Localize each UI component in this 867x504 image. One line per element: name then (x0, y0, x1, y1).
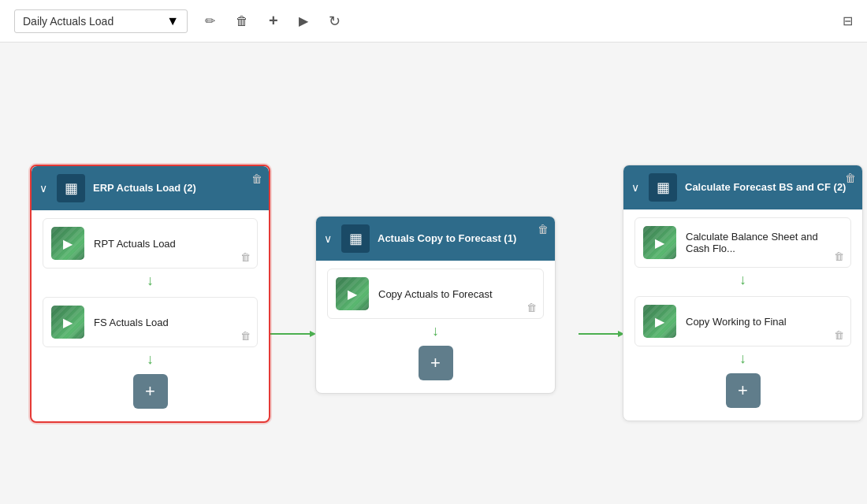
table-icon-3: ▦ (657, 179, 670, 196)
workflow-canvas: ∨ ▦ ERP Actuals Load (2) 🗑 ▶ RPT Actuals… (0, 43, 867, 504)
group-header-calc-forecast: ∨ ▦ Calculate Forecast BS and CF (2) 🗑 (623, 165, 862, 209)
delete-task-fs-icon[interactable]: 🗑 (240, 330, 251, 342)
delete-group-actuals-copy-icon[interactable]: 🗑 (538, 223, 549, 235)
task-label-copy-working: Copy Working to Final (686, 316, 843, 328)
delete-group-calc-forecast-icon[interactable]: 🗑 (845, 172, 856, 184)
task-label-calc-balance: Calculate Balance Sheet and Cash Flo... (686, 231, 843, 254)
add-task-calc-forecast-button[interactable]: + (726, 373, 761, 408)
play-icon-copy-working: ▶ (655, 314, 664, 329)
task-icon-copy-working: ▶ (643, 305, 676, 338)
refresh-icon[interactable]: ↻ (326, 9, 344, 33)
play-icon-calc-balance: ▶ (655, 235, 664, 250)
task-label-copy-actuals: Copy Actuals to Forecast (378, 288, 535, 300)
group-card-calc-forecast: ∨ ▦ Calculate Forecast BS and CF (2) 🗑 ▶… (623, 165, 863, 421)
collapse-icon-calc-forecast[interactable]: ∨ (631, 181, 639, 194)
task-icon-calc-balance: ▶ (643, 226, 676, 259)
table-icon: ▦ (65, 180, 78, 197)
group-card-actuals-copy: ∨ ▦ Actuals Copy to Forecast (1) 🗑 ▶ Cop… (315, 216, 556, 394)
task-copy-actuals: ▶ Copy Actuals to Forecast 🗑 (327, 269, 544, 319)
task-label-fs: FS Actuals Load (94, 317, 249, 328)
task-icon-rpt: ▶ (51, 227, 84, 260)
arrow-down-1: ↓ (32, 272, 269, 289)
play-icon-rpt: ▶ (63, 236, 73, 251)
group-card-erp-actuals: ∨ ▦ ERP Actuals Load (2) 🗑 ▶ RPT Actuals… (30, 165, 270, 423)
play-icon[interactable]: ▶ (296, 10, 311, 32)
group-title-calc-forecast: Calculate Forecast BS and CF (2) (685, 181, 854, 195)
group-title-erp: ERP Actuals Load (2) (93, 182, 261, 195)
delete-group-erp-icon[interactable]: 🗑 (251, 172, 262, 185)
group-icon-calc-forecast: ▦ (649, 173, 677, 202)
arrow-down-3: ↓ (316, 322, 555, 339)
table-icon-2: ▦ (349, 230, 363, 247)
edit-icon[interactable]: ✏ (202, 10, 218, 32)
group-header-erp: ∨ ▦ ERP Actuals Load (2) 🗑 (32, 166, 269, 210)
delete-task-copy-working-icon[interactable]: 🗑 (834, 329, 844, 341)
delete-task-calc-balance-icon[interactable]: 🗑 (834, 250, 844, 262)
workflow-selector[interactable]: Daily Actuals Load ▼ (14, 9, 188, 33)
task-copy-working: ▶ Copy Working to Final 🗑 (634, 296, 851, 346)
collapse-icon-actuals-copy[interactable]: ∨ (324, 232, 332, 245)
toolbar: Daily Actuals Load ▼ ✏ 🗑 + ▶ ↻ ⊟ (0, 0, 867, 43)
arrow-down-4: ↓ (623, 271, 862, 288)
workflow-name: Daily Actuals Load (23, 15, 160, 28)
dropdown-arrow-icon: ▼ (166, 14, 179, 28)
task-icon-fs: ▶ (51, 306, 84, 339)
collapse-icon-erp[interactable]: ∨ (39, 182, 47, 195)
group-title-actuals-copy: Actuals Copy to Forecast (1) (378, 232, 547, 246)
task-fs-actuals: ▶ FS Actuals Load 🗑 (43, 297, 258, 347)
add-task-erp-button[interactable]: + (133, 374, 168, 409)
arrow-down-5: ↓ (623, 350, 862, 367)
group-icon-erp: ▦ (57, 174, 85, 202)
group-icon-actuals-copy: ▦ (341, 224, 370, 253)
task-label-rpt: RPT Actuals Load (94, 238, 249, 250)
task-calc-balance: ▶ Calculate Balance Sheet and Cash Flo..… (634, 217, 851, 268)
arrow-down-2: ↓ (32, 350, 269, 368)
panel-icon[interactable]: ⊟ (843, 13, 853, 28)
group-header-actuals-copy: ∨ ▦ Actuals Copy to Forecast (1) 🗑 (316, 217, 555, 261)
delete-icon[interactable]: 🗑 (233, 11, 251, 32)
add-icon[interactable]: + (266, 9, 281, 33)
delete-task-copy-actuals-icon[interactable]: 🗑 (527, 302, 537, 313)
add-task-actuals-copy-button[interactable]: + (419, 346, 453, 380)
play-icon-copy-actuals: ▶ (348, 287, 357, 302)
play-icon-fs: ▶ (63, 315, 73, 330)
task-icon-copy-actuals: ▶ (336, 277, 369, 310)
task-rpt-actuals: ▶ RPT Actuals Load 🗑 (43, 218, 258, 269)
delete-task-rpt-icon[interactable]: 🗑 (240, 251, 251, 263)
